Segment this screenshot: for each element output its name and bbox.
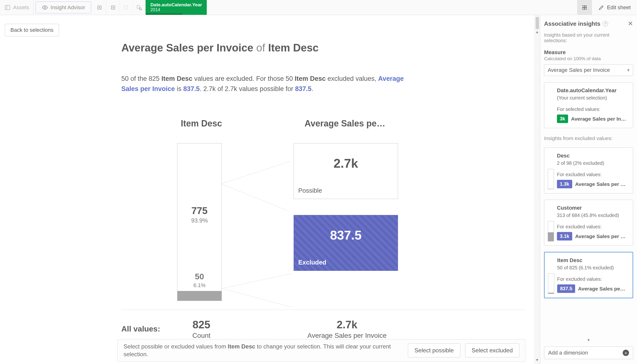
current-selection-note: (Your current selection): [557, 95, 628, 101]
assets-label: Assets: [13, 4, 29, 11]
insight-card[interactable]: Item Desc50 of 825 (6.1% excluded)For ex…: [544, 252, 633, 298]
top-toolbar: Assets Insight Advisor Date.autoCalendar…: [0, 0, 637, 15]
clear-selections-button[interactable]: [120, 0, 132, 15]
insight-card-for: For excluded values:: [557, 276, 628, 282]
measure-dropdown[interactable]: Average Sales per Invoice ▾: [544, 64, 633, 76]
connector-line: [222, 273, 292, 288]
insight-card-dim: Item Desc: [557, 257, 628, 264]
insight-card-badge: 837.5: [557, 284, 575, 293]
dimension-column-title: Item Desc: [177, 118, 226, 128]
scrollbar-thumb[interactable]: [536, 17, 539, 29]
panel-subtitle: Insights based on your current selection…: [544, 32, 633, 44]
smart-search-button[interactable]: [132, 0, 146, 15]
insight-card[interactable]: Desc2 of 98 (2% excluded)For excluded va…: [544, 148, 633, 194]
page-title: Average Sales per Invoice of Item Desc: [121, 42, 525, 54]
insight-card-for: For excluded values:: [557, 172, 628, 178]
summary-text: 50 of the 825 Item Desc values are exclu…: [121, 74, 418, 94]
current-selection-measure: Average Sales per In…: [571, 116, 628, 122]
insight-card-badge: 1.3k: [557, 180, 572, 188]
measure-column: Average Sales per I… 2.7k Possible 837.5…: [294, 118, 398, 271]
back-to-selections-button[interactable]: Back to selections: [5, 24, 59, 36]
selections-forward-button[interactable]: [106, 0, 120, 15]
associative-insights-panel: Associative insights ? ✕ Insights based …: [540, 15, 637, 364]
possible-card[interactable]: 2.7k Possible: [294, 143, 398, 199]
svg-point-2: [44, 6, 46, 8]
panel-title: Associative insights: [544, 20, 600, 27]
select-excluded-button[interactable]: Select excluded: [465, 343, 519, 358]
selection-footer: Select possible or excluded values from …: [118, 339, 525, 362]
insight-advisor-button[interactable]: Insight Advisor: [36, 2, 91, 13]
svg-line-8: [141, 10, 142, 10]
insight-card-measure: Average Sales pe…: [578, 286, 628, 292]
assets-button[interactable]: Assets: [0, 0, 34, 15]
insight-card-measure: Average Sales per …: [575, 181, 628, 187]
selection-chip[interactable]: Date.autoCalendar.Year 2014: [146, 0, 207, 15]
selections-back-button[interactable]: [93, 0, 106, 15]
all-values-label: All values:: [121, 324, 175, 334]
insight-card[interactable]: Customer313 of 684 (45.8% excluded)For e…: [544, 200, 633, 246]
insight-card-badge: 3.1k: [557, 232, 572, 240]
breakdown-bar[interactable]: 775 93.9% 50 6.1%: [177, 143, 222, 301]
insight-card-sub: 2 of 98 (2% excluded): [557, 160, 628, 166]
mini-bar-icon: [548, 221, 554, 242]
help-icon[interactable]: ?: [603, 21, 608, 26]
svg-rect-4: [112, 6, 115, 9]
panel-icon: [4, 4, 11, 11]
included-label: 775 93.9%: [178, 205, 222, 224]
selection-footer-text: Select possible or excluded values from …: [124, 343, 403, 358]
svg-rect-12: [585, 8, 586, 10]
main-area: Back to selections Average Sales per Inv…: [0, 15, 540, 364]
svg-rect-5: [124, 6, 128, 9]
select-possible-button[interactable]: Select possible: [408, 343, 460, 358]
mini-bar-icon: [548, 274, 554, 294]
title-measure: Average Sales per Invoice: [121, 42, 253, 54]
scroll-up-icon[interactable]: ▴: [534, 29, 540, 34]
svg-rect-0: [5, 5, 10, 10]
connector-line: [222, 184, 288, 211]
edit-sheet-button[interactable]: Edit sheet: [592, 4, 637, 11]
svg-rect-3: [98, 6, 101, 9]
add-dimension-label: Add a dimension: [548, 350, 588, 356]
selection-chip-bar: [146, 13, 182, 15]
insight-card-measure: Average Sales per …: [575, 234, 628, 239]
insight-card-sub: 313 of 684 (45.8% excluded): [557, 212, 628, 218]
svg-rect-10: [585, 6, 586, 7]
plus-icon: ＋: [623, 350, 629, 356]
main-scrollbar[interactable]: ▴ ▾: [534, 15, 540, 364]
close-icon[interactable]: ✕: [628, 20, 633, 28]
mini-bar-icon: [548, 169, 554, 189]
excluded-label: 50 6.1%: [178, 272, 222, 288]
scroll-hint-down-icon[interactable]: ▾: [544, 337, 633, 343]
pencil-icon: [598, 4, 604, 11]
measure-dropdown-value: Average Sales per Invoice: [548, 67, 610, 73]
viz: Item Desc 775 93.9% 50 6.1%: [121, 118, 525, 301]
excluded-card[interactable]: 837.5 Excluded: [294, 215, 398, 271]
svg-rect-6: [137, 6, 140, 8]
grid-view-button[interactable]: [577, 0, 592, 15]
all-values-row: All values: 825 Count 2.7k Average Sales…: [121, 310, 525, 340]
panel-header: Associative insights ? ✕: [544, 20, 633, 28]
scroll-down-icon[interactable]: ▾: [534, 357, 540, 362]
current-selection-dim: Date.autoCalendar.Year: [557, 87, 628, 94]
title-of: of: [256, 42, 265, 54]
excluded-value: 837.5: [299, 228, 393, 242]
all-values-count: 825 Count: [177, 318, 226, 340]
add-dimension-button[interactable]: Add a dimension ＋: [544, 346, 633, 359]
insight-card-for: For excluded values:: [557, 224, 628, 230]
edit-sheet-label: Edit sheet: [607, 4, 631, 11]
current-selection-for: For selected values:: [557, 106, 628, 112]
all-values-avg: 2.7k Average Sales per Invoice: [298, 318, 396, 340]
excluded-card-label: Excluded: [298, 259, 326, 266]
possible-label: Possible: [298, 187, 322, 194]
current-selection-badge: 3k: [557, 114, 568, 123]
insight-card-dim: Customer: [557, 205, 628, 211]
chevron-down-icon: ▾: [627, 68, 630, 73]
selection-tools: [93, 0, 146, 15]
current-selection-card[interactable]: Date.autoCalendar.Year (Your current sel…: [544, 82, 633, 128]
insight-cards-list: Desc2 of 98 (2% excluded)For excluded va…: [544, 141, 633, 336]
content: Average Sales per Invoice of Item Desc 5…: [121, 42, 525, 340]
connector-line: [222, 288, 291, 307]
selection-chip-field: Date.autoCalendar.Year: [150, 2, 202, 8]
toolbar-right: Edit sheet: [577, 0, 637, 15]
possible-value: 2.7k: [299, 156, 393, 170]
